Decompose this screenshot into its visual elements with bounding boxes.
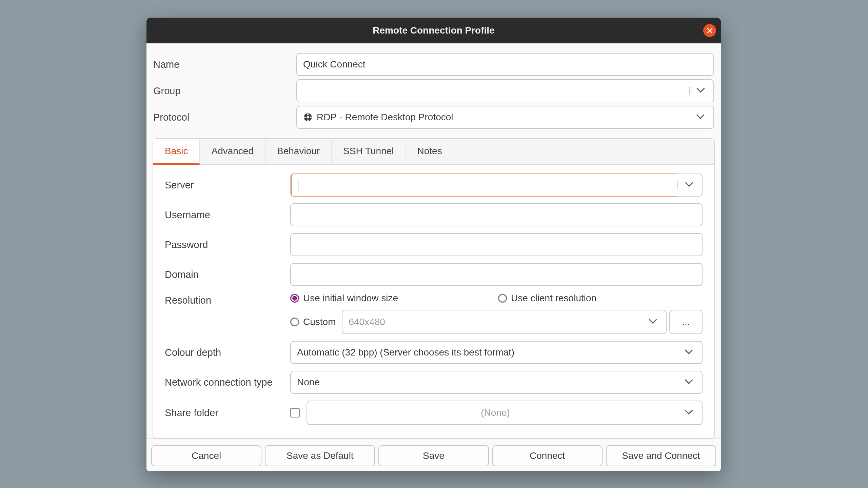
tab-ssh-tunnel[interactable]: SSH Tunnel [332, 139, 406, 164]
top-form: Name Quick Connect Group Protocol RDP - … [146, 43, 721, 135]
resolution-more-button[interactable]: ... [669, 310, 703, 334]
resolution-opt-custom-label: Custom [303, 317, 336, 327]
tab-basic[interactable]: Basic [153, 139, 200, 165]
text-cursor [298, 179, 298, 191]
name-input[interactable]: Quick Connect [296, 53, 714, 76]
server-dropdown-button[interactable] [677, 181, 702, 189]
protocol-label: Protocol [153, 112, 296, 123]
title-bar: Remote Connection Profile [146, 18, 721, 43]
resolution-radio-initial[interactable] [290, 294, 299, 303]
rdp-icon [303, 113, 313, 122]
server-combo[interactable] [290, 174, 703, 197]
name-value: Quick Connect [303, 59, 366, 70]
network-type-value: None [297, 377, 677, 388]
svg-point-3 [307, 119, 309, 121]
svg-point-1 [307, 116, 309, 119]
save-as-default-button[interactable]: Save as Default [265, 445, 375, 466]
resolution-custom-select[interactable]: 640x480 [342, 310, 667, 334]
password-input[interactable] [290, 233, 703, 256]
dialog-window: Remote Connection Profile Name Quick Con… [146, 18, 721, 471]
share-folder-select[interactable]: (None) [307, 401, 703, 425]
network-type-label: Network connection type [165, 377, 290, 388]
save-button[interactable]: Save [378, 445, 489, 466]
domain-label: Domain [165, 269, 290, 280]
share-folder-value: (None) [313, 407, 677, 418]
tab-bar: Basic Advanced Behaviour SSH Tunnel Note… [153, 139, 714, 165]
colour-depth-value: Automatic (32 bpp) (Server chooses its b… [297, 347, 677, 358]
chevron-down-icon [686, 349, 693, 356]
chevron-down-icon [686, 379, 693, 386]
username-input[interactable] [290, 203, 703, 226]
share-folder-label: Share folder [165, 407, 290, 419]
window-title: Remote Connection Profile [373, 25, 494, 36]
resolution-custom-value: 640x480 [349, 317, 642, 327]
tab-notes[interactable]: Notes [406, 139, 454, 164]
server-label: Server [165, 180, 290, 191]
connect-button[interactable]: Connect [492, 445, 603, 466]
colour-depth-select[interactable]: Automatic (32 bpp) (Server chooses its b… [290, 341, 703, 364]
name-label: Name [153, 59, 296, 70]
password-label: Password [165, 239, 290, 250]
protocol-value: RDP - Remote Desktop Protocol [317, 112, 689, 123]
group-label: Group [153, 85, 296, 97]
button-bar: Cancel Save as Default Save Connect Save… [146, 439, 721, 471]
chevron-down-icon [697, 114, 705, 121]
ellipsis-icon: ... [682, 317, 690, 327]
domain-input[interactable] [290, 263, 703, 286]
svg-point-5 [310, 117, 312, 118]
svg-point-4 [304, 117, 306, 118]
network-type-select[interactable]: None [290, 371, 703, 394]
close-button[interactable] [703, 24, 716, 37]
group-dropdown-button[interactable] [689, 87, 713, 95]
save-and-connect-button[interactable]: Save and Connect [606, 445, 716, 466]
cancel-button[interactable]: Cancel [151, 445, 261, 466]
protocol-select[interactable]: RDP - Remote Desktop Protocol [296, 106, 714, 129]
resolution-opt-client-label: Use client resolution [511, 293, 596, 304]
colour-depth-label: Colour depth [165, 347, 290, 358]
resolution-radio-custom[interactable] [290, 318, 299, 326]
share-folder-checkbox[interactable] [290, 408, 300, 418]
resolution-radio-client[interactable] [498, 294, 507, 303]
svg-point-2 [307, 114, 309, 115]
tabs-container: Basic Advanced Behaviour SSH Tunnel Note… [153, 138, 715, 439]
chevron-down-icon [686, 181, 694, 189]
resolution-opt-initial-label: Use initial window size [303, 293, 398, 304]
username-label: Username [165, 209, 290, 221]
resolution-label: Resolution [165, 293, 290, 306]
chevron-down-icon [650, 318, 657, 326]
chevron-down-icon [698, 87, 705, 95]
close-icon [707, 28, 713, 34]
tab-advanced[interactable]: Advanced [200, 139, 265, 164]
tab-body-basic: Server Username Password [153, 165, 714, 428]
tab-behaviour[interactable]: Behaviour [265, 139, 332, 164]
group-combo[interactable] [296, 79, 714, 102]
chevron-down-icon [686, 409, 693, 416]
